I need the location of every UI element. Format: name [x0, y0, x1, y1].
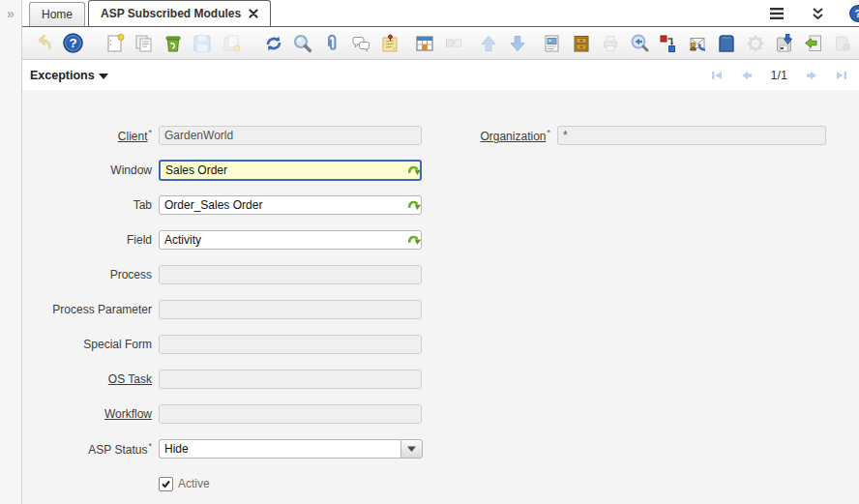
organization-link[interactable]: Organization [480, 130, 546, 143]
print-icon [599, 32, 622, 55]
report-icon[interactable] [541, 32, 564, 55]
attachment-icon[interactable] [320, 32, 343, 55]
tab-field[interactable] [159, 195, 422, 215]
close-tab-icon[interactable] [249, 9, 258, 18]
asp-status-label: ASP Status* [22, 441, 159, 457]
export-data-icon[interactable] [773, 32, 796, 55]
delete-record-icon[interactable] [162, 32, 185, 55]
new-record-icon[interactable] [104, 32, 127, 55]
tab-label: Tab [22, 198, 159, 212]
ignore-undo-icon [32, 32, 55, 55]
tab-bar: Home ASP Subscribed Modules ? [22, 0, 859, 27]
previous-record-nav-icon [739, 67, 755, 83]
breadcrumb[interactable]: Exceptions [30, 69, 108, 82]
field-label: Field [22, 233, 159, 247]
asp-status-dropdown-button[interactable] [400, 439, 423, 459]
help-toolbar-icon[interactable]: ? [61, 32, 84, 55]
next-record-icon [506, 32, 529, 55]
first-record-icon [709, 67, 726, 83]
breadcrumb-label: Exceptions [30, 69, 95, 82]
zoom-across-icon[interactable] [628, 32, 651, 55]
previous-record-icon [477, 32, 500, 55]
special-form-field [159, 335, 422, 354]
tab-home[interactable]: Home [29, 2, 85, 26]
customize-icon [831, 32, 854, 55]
tab-asp-label: ASP Subscribed Modules [101, 7, 241, 20]
window-label: Window [22, 163, 159, 177]
organization-label: Organization* [426, 128, 557, 143]
record-position: 1/1 [769, 69, 789, 82]
client-field [159, 126, 422, 145]
svg-text:?: ? [69, 36, 76, 50]
archive-icon[interactable] [570, 32, 593, 55]
os-task-field [159, 370, 422, 389]
window-lookup-icon[interactable] [405, 162, 423, 179]
find-record-icon[interactable] [291, 32, 314, 55]
process-field [159, 265, 422, 284]
help-icon[interactable]: ? [848, 4, 859, 23]
chat-icon[interactable] [349, 32, 372, 55]
collapsed-west-panel[interactable]: » [0, 0, 22, 504]
grid-toggle-icon[interactable] [413, 32, 436, 55]
import-file-icon[interactable] [802, 32, 825, 55]
expand-panel-icon[interactable]: » [0, 6, 21, 21]
os-task-link[interactable]: OS Task [108, 372, 152, 386]
last-record-icon [833, 67, 849, 83]
process-parameter-label: Process Parameter [22, 303, 159, 316]
window-product-icon[interactable] [715, 32, 738, 55]
form-area: Client* Organization* Window Tab [22, 90, 859, 504]
requests-icon[interactable] [686, 32, 709, 55]
window-container: Home ASP Subscribed Modules ? ? [22, 0, 859, 504]
active-checkbox[interactable]: Active [159, 477, 210, 491]
chevron-down-icon [99, 74, 108, 79]
menu-icon[interactable] [767, 4, 786, 23]
record-navigation: 1/1 [709, 67, 849, 83]
breadcrumb-row: Exceptions 1/1 [22, 60, 859, 91]
organization-field [557, 126, 826, 145]
client-link[interactable]: Client [118, 130, 148, 143]
window-field[interactable] [159, 160, 422, 181]
toolbar: ? [22, 27, 859, 60]
process-parameter-field [159, 300, 422, 319]
copy-record-icon[interactable] [133, 32, 156, 55]
workflow-label: Workflow [22, 407, 159, 421]
note-icon[interactable] [378, 32, 401, 55]
client-label: Client* [22, 128, 159, 143]
save-create-new-icon [220, 32, 243, 55]
asp-status-field[interactable] [159, 439, 400, 459]
tab-asp-subscribed-modules[interactable]: ASP Subscribed Modules [88, 0, 271, 27]
field-field[interactable] [159, 230, 422, 250]
process-label: Process [22, 268, 159, 282]
svg-text:?: ? [854, 7, 859, 19]
tab-home-label: Home [42, 8, 73, 21]
preferences-icon [744, 32, 767, 55]
os-task-label: OS Task [22, 372, 159, 386]
field-lookup-icon[interactable] [405, 231, 423, 249]
active-label: Active [178, 477, 210, 490]
special-form-label: Special Form [22, 338, 159, 351]
next-record-nav-icon [803, 67, 819, 83]
tab-lookup-icon[interactable] [405, 196, 423, 214]
workflow-link[interactable]: Workflow [104, 407, 152, 421]
checkbox-checked-icon [159, 477, 173, 491]
save-icon [191, 32, 214, 55]
refresh-icon[interactable] [262, 32, 285, 55]
parent-record-icon [442, 32, 465, 55]
expand-all-icon[interactable] [808, 4, 827, 23]
workflow-field [159, 404, 422, 424]
workflow-icon[interactable] [657, 32, 680, 55]
